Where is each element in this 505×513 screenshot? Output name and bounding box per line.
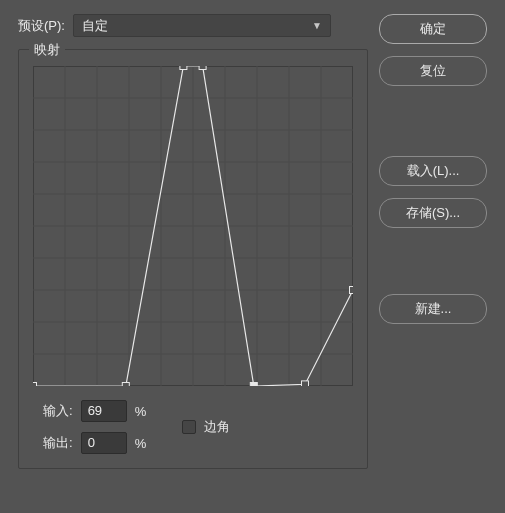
save-button[interactable]: 存储(S)... <box>379 198 487 228</box>
button-column: 确定 复位 载入(L)... 存储(S)... 新建... <box>379 14 487 324</box>
preset-label: 预设(P): <box>18 17 65 35</box>
svg-rect-19 <box>33 383 37 387</box>
svg-rect-23 <box>250 383 257 387</box>
output-percent: % <box>135 436 147 451</box>
corner-wrap: 边角 <box>182 418 353 436</box>
chevron-down-icon: ▼ <box>312 20 322 31</box>
input-percent: % <box>135 404 147 419</box>
input-field[interactable]: 69 <box>81 400 127 422</box>
reset-button[interactable]: 复位 <box>379 56 487 86</box>
ok-button[interactable]: 确定 <box>379 14 487 44</box>
curves-dialog: 预设(P): 自定 ▼ 确定 复位 载入(L)... 存储(S)... 新建..… <box>0 0 505 513</box>
new-button[interactable]: 新建... <box>379 294 487 324</box>
io-area: 输入: 69 % 边角 输出: 0 % <box>33 400 353 454</box>
output-field[interactable]: 0 <box>81 432 127 454</box>
preset-select[interactable]: 自定 ▼ <box>73 14 331 37</box>
svg-rect-24 <box>302 381 309 386</box>
preset-value: 自定 <box>82 17 108 35</box>
svg-rect-25 <box>350 287 354 294</box>
input-label: 输入: <box>43 402 73 420</box>
svg-rect-21 <box>180 66 187 70</box>
corner-label: 边角 <box>204 418 230 436</box>
output-label: 输出: <box>43 434 73 452</box>
load-button[interactable]: 载入(L)... <box>379 156 487 186</box>
curve-canvas <box>33 66 353 386</box>
curve-editor[interactable] <box>33 66 353 386</box>
mapping-group: 映射 输入: 69 % 边角 输出: 0 % <box>18 49 368 469</box>
group-title: 映射 <box>29 41 65 59</box>
svg-rect-20 <box>122 383 129 387</box>
svg-rect-22 <box>199 66 206 70</box>
corner-checkbox[interactable] <box>182 420 196 434</box>
